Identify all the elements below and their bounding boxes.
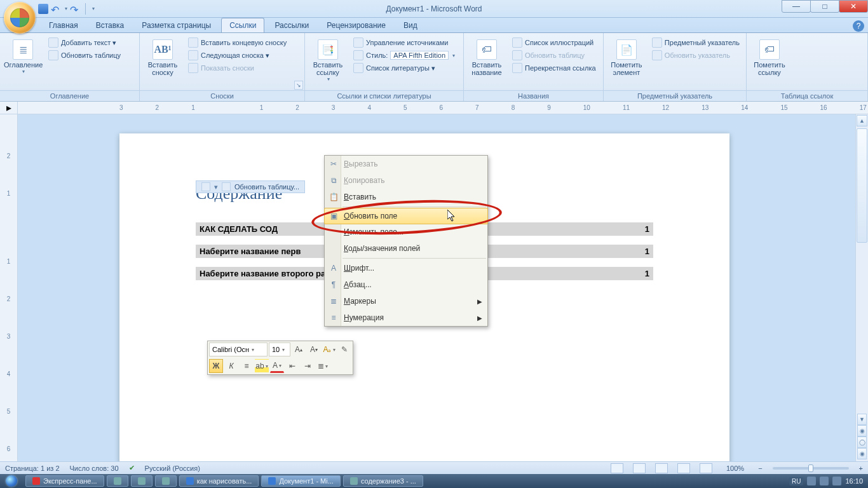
language-status[interactable]: Русский (Россия) [145, 464, 200, 472]
tab-review[interactable]: Рецензирование [319, 18, 393, 32]
font-size-select[interactable]: 10▾ [269, 342, 290, 356]
taskbar-item[interactable] [107, 475, 128, 487]
tray-icon[interactable] [807, 477, 816, 485]
add-text-cmd[interactable]: Добавить текст ▾ [46, 37, 123, 48]
taskbar-item[interactable] [131, 475, 153, 487]
menu-item[interactable]: 📋Вставить [325, 189, 487, 205]
styles-button[interactable]: Aₐ▾ [322, 342, 336, 356]
qat-customize-icon[interactable]: ▾ [91, 6, 95, 11]
increase-indent-button[interactable]: ⇥ [301, 359, 315, 373]
zoom-level[interactable]: 100% [726, 464, 744, 472]
menu-item[interactable]: Изменить поле... [325, 224, 487, 240]
tab-references[interactable]: Ссылки [221, 18, 264, 32]
mark-citation-button[interactable]: 🏷 Пометить ссылку [750, 37, 789, 76]
outline-view-button[interactable] [677, 463, 690, 473]
web-layout-view-button[interactable] [655, 463, 668, 473]
full-screen-view-button[interactable] [633, 463, 646, 473]
menu-item[interactable]: AШрифт... [325, 260, 487, 276]
tab-page-layout[interactable]: Разметка страницы [134, 18, 219, 32]
update-index-cmd: Обновить указатель [649, 50, 742, 61]
taskbar-item[interactable]: содержание3 - ... [343, 475, 423, 487]
browse-object-icon[interactable]: ◯ [857, 437, 867, 448]
update-toc-cmd[interactable]: Обновить таблицу [46, 50, 123, 61]
close-button[interactable]: ✕ [839, 0, 868, 13]
menu-item[interactable]: ¶Абзац... [325, 276, 487, 293]
update-index-icon [652, 50, 662, 60]
start-button[interactable] [0, 474, 23, 488]
manage-sources-cmd[interactable]: Управление источниками [351, 37, 458, 48]
menu-item[interactable]: ≣Маркеры▶ [325, 293, 487, 309]
print-layout-view-button[interactable] [611, 463, 623, 473]
menu-item-icon: ≣ [327, 295, 340, 308]
menu-item[interactable]: ≡Нумерация▶ [325, 309, 487, 326]
tab-insert[interactable]: Вставка [88, 18, 132, 32]
taskbar-item-label: содержание3 - ... [361, 477, 416, 485]
cross-ref-cmd[interactable]: Перекрестная ссылка [510, 62, 599, 74]
tab-home[interactable]: Главная [41, 18, 86, 32]
tray-icon[interactable] [820, 477, 829, 485]
menu-item[interactable]: Коды/значения полей [325, 240, 487, 257]
dialog-launcher-icon[interactable]: ↘ [294, 81, 303, 90]
list-of-figures-cmd[interactable]: Список иллюстраций [510, 37, 599, 48]
bullets-button[interactable]: ≣▾ [316, 359, 330, 373]
highlight-button[interactable]: ab▾ [255, 359, 269, 373]
page-status[interactable]: Страница: 1 из 2 [5, 464, 60, 472]
style-cmd[interactable]: Стиль: APA Fifth Edition▾ [351, 50, 458, 61]
undo-icon[interactable]: ↶ [51, 4, 61, 14]
office-button[interactable] [4, 2, 36, 34]
center-button[interactable]: ≡ [240, 359, 254, 373]
endnote-cmd[interactable]: Вставить концевую сноску [186, 37, 289, 48]
style-select[interactable]: APA Fifth Edition [390, 51, 449, 60]
ruler-corner[interactable]: ▸ [0, 102, 18, 114]
volume-icon[interactable] [832, 477, 841, 485]
update-table-icon [512, 50, 522, 60]
insert-citation-button[interactable]: 📑 Вставить ссылку ▾ [309, 37, 347, 82]
zoom-out-button[interactable]: − [758, 464, 762, 472]
index-cmd[interactable]: Предметный указатель [649, 37, 742, 48]
draft-view-button[interactable] [700, 463, 712, 473]
decrease-indent-button[interactable]: ⇤ [285, 359, 299, 373]
redo-icon[interactable]: ↷ [70, 4, 80, 14]
italic-button[interactable]: К [224, 359, 238, 373]
taskbar-item[interactable]: Документ1 - Mi... [261, 475, 340, 487]
save-icon[interactable] [38, 4, 48, 14]
tab-mailings[interactable]: Рассылки [267, 18, 316, 32]
taskbar-item[interactable] [155, 475, 177, 487]
minimize-button[interactable]: — [782, 0, 811, 13]
help-icon[interactable]: ? [853, 20, 864, 32]
bold-button[interactable]: Ж [209, 359, 223, 373]
scroll-down-icon[interactable]: ▼ [857, 414, 867, 425]
toc-button[interactable]: ≣ Оглавление ▾ [4, 37, 42, 74]
input-language[interactable]: RU [789, 477, 803, 485]
menu-item[interactable]: ▣Обновить поле [324, 208, 488, 224]
toc-toolbar[interactable]: ▾ Обновить таблицу... [196, 180, 305, 193]
format-painter-button[interactable]: ✎ [337, 342, 351, 356]
tab-view[interactable]: Вид [396, 18, 425, 32]
zoom-in-button[interactable]: + [859, 464, 863, 472]
scroll-thumb[interactable] [857, 128, 867, 243]
vertical-ruler[interactable]: 21123456 [0, 114, 18, 461]
next-page-icon[interactable]: ◉ [857, 448, 867, 459]
horizontal-ruler[interactable]: 3211234567891011121314151617 [18, 102, 868, 114]
taskbar-item[interactable]: Экспресс-пане... [25, 475, 104, 487]
insert-caption-button[interactable]: 🏷 Вставить название [468, 37, 506, 76]
taskbar-item[interactable]: как нарисовать... [179, 475, 259, 487]
bibliography-cmd[interactable]: Список литературы ▾ [351, 62, 458, 74]
shrink-font-button[interactable]: A▾ [307, 342, 321, 356]
vertical-scrollbar[interactable]: ▲ ▼ ◉ ◯ ◉ [855, 114, 868, 461]
toc-toolbar-label: Обновить таблицу... [234, 183, 299, 191]
zoom-slider[interactable] [773, 467, 849, 470]
clock[interactable]: 16:10 [845, 477, 863, 485]
word-count[interactable]: Число слов: 30 [70, 464, 119, 472]
maximize-button[interactable]: □ [810, 0, 839, 13]
chevron-down-icon[interactable]: ▾ [64, 6, 67, 11]
font-select[interactable]: Calibri (Осн▾ [209, 342, 268, 356]
prev-page-icon[interactable]: ◉ [857, 425, 867, 437]
font-color-button[interactable]: A▾ [270, 359, 284, 373]
grow-font-button[interactable]: A▴ [292, 342, 306, 356]
insert-footnote-button[interactable]: AB¹ Вставить сноску [144, 37, 182, 76]
spell-check-icon[interactable]: ✔ [129, 464, 135, 472]
mark-entry-button[interactable]: 📄 Пометить элемент [607, 37, 646, 76]
scroll-up-icon[interactable]: ▲ [857, 115, 867, 126]
next-footnote-cmd[interactable]: Следующая сноска ▾ [186, 50, 289, 61]
